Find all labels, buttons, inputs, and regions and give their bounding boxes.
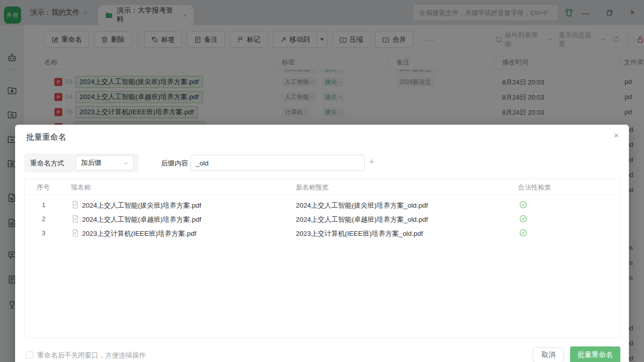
- column-check: 合法性检查: [518, 183, 551, 192]
- column-index: 序号: [37, 183, 50, 192]
- document-icon: [72, 215, 78, 223]
- rename-method-panel: 重命名方式 加后缀: [24, 153, 139, 172]
- rename-row: 1 2024上交人工智能(拔尖班)培养方案.pdf 2024上交人工智能(拔尖班…: [25, 198, 620, 212]
- chevron-down-icon: [124, 161, 128, 165]
- rename-method-label: 重命名方式: [30, 159, 64, 168]
- rename-row: 2 2024上交人工智能(卓越班)培养方案.pdf 2024上交人工智能(卓越班…: [25, 212, 620, 226]
- rename-method-select[interactable]: 加后缀: [75, 155, 134, 170]
- current-name: 2024上交人工智能(卓越班)培养方案.pdf: [82, 215, 201, 224]
- document-icon: [72, 229, 78, 237]
- rename-method-value: 加后缀: [81, 158, 102, 167]
- valid-check-icon: [519, 229, 527, 237]
- rename-preview-table: 序号 现名称 新名称预览 合法性检查 1 2024上交人工智能(拔尖班)培养方案…: [24, 178, 620, 338]
- column-current: 现名称: [71, 183, 91, 192]
- keep-open-label: 重命名后不关闭窗口，方便连续操作: [37, 351, 146, 360]
- batch-rename-confirm-button[interactable]: 批量重命名: [570, 346, 620, 362]
- valid-check-icon: [519, 201, 527, 209]
- suffix-input[interactable]: [190, 155, 365, 171]
- current-name: 2023上交计算机(IEEE班)培养方案.pdf: [82, 229, 196, 238]
- add-rule-button[interactable]: +: [369, 156, 374, 167]
- row-index: 3: [42, 229, 46, 237]
- document-icon: [72, 201, 78, 209]
- column-preview: 新名称预览: [296, 183, 329, 192]
- preview-name: 2023上交计算机(IEEE班)培养方案_old.pdf: [296, 229, 423, 238]
- cancel-button[interactable]: 取消: [533, 347, 564, 362]
- batch-rename-dialog: 批量重命名 × 重命名方式 加后缀 后缀内容 + 序号 现名称 新名称预览 合法…: [15, 125, 629, 362]
- suffix-label: 后缀内容: [161, 159, 188, 168]
- keep-open-checkbox[interactable]: [26, 351, 33, 358]
- rename-row: 3 2023上交计算机(IEEE班)培养方案.pdf 2023上交计算机(IEE…: [25, 226, 620, 240]
- preview-name: 2024上交人工智能(卓越班)培养方案_old.pdf: [296, 215, 428, 224]
- row-index: 2: [42, 215, 46, 223]
- current-name: 2024上交人工智能(拔尖班)培养方案.pdf: [82, 201, 201, 210]
- header-border: [25, 195, 620, 195]
- close-dialog-icon[interactable]: ×: [614, 131, 619, 141]
- valid-check-icon: [519, 215, 527, 223]
- preview-name: 2024上交人工智能(拔尖班)培养方案_old.pdf: [296, 201, 428, 210]
- row-index: 1: [42, 201, 46, 209]
- dialog-title: 批量重命名: [26, 132, 66, 143]
